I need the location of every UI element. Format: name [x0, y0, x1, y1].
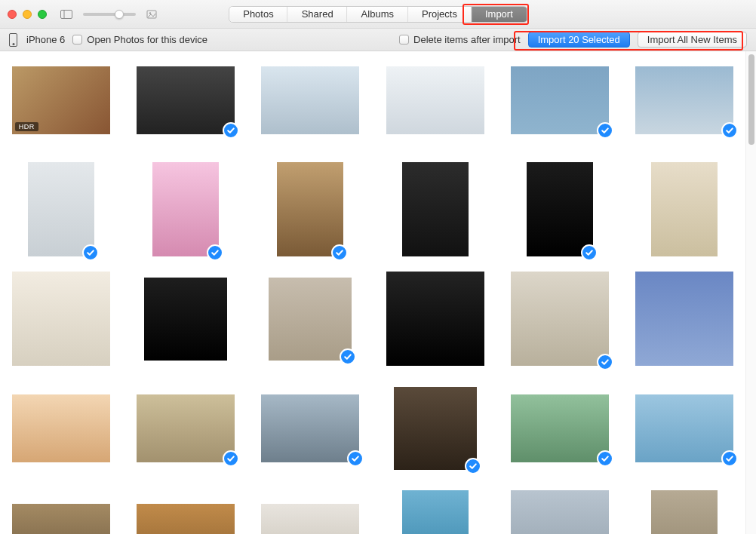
selected-check-icon[interactable]	[223, 122, 239, 139]
photo-cell[interactable]	[260, 272, 361, 366]
photo-cell[interactable]	[135, 53, 235, 147]
photo-thumbnail[interactable]	[261, 66, 359, 134]
photo-cell[interactable]	[385, 272, 485, 366]
photo-thumbnail[interactable]	[527, 162, 593, 256]
photo-cell[interactable]	[509, 381, 610, 475]
import-subtoolbar: iPhone 6 Open Photos for this device Del…	[0, 29, 756, 51]
photo-cell[interactable]	[260, 381, 361, 475]
close-window-button[interactable]	[8, 10, 17, 19]
scrollbar-thumb[interactable]	[748, 54, 754, 145]
selected-check-icon[interactable]	[207, 244, 223, 261]
photo-cell[interactable]: HDR	[11, 53, 111, 147]
photo-cell[interactable]	[135, 272, 235, 366]
photo-thumbnail[interactable]	[12, 504, 110, 535]
photo-thumbnail[interactable]: HDR	[12, 66, 110, 134]
selected-check-icon[interactable]	[465, 458, 481, 474]
minimize-window-button[interactable]	[23, 10, 32, 19]
photo-cell[interactable]	[509, 162, 610, 256]
photo-thumbnail[interactable]	[261, 394, 359, 462]
photo-grid: HDR	[0, 51, 745, 534]
photo-thumbnail[interactable]	[394, 387, 477, 470]
photo-cell[interactable]	[385, 490, 485, 534]
import-selected-button[interactable]: Import 20 Selected	[528, 32, 630, 48]
photo-cell[interactable]	[135, 162, 235, 256]
selected-check-icon[interactable]	[347, 450, 364, 467]
checkbox-box[interactable]	[399, 35, 409, 44]
delete-after-import-checkbox[interactable]: Delete items after import	[399, 34, 521, 45]
photo-thumbnail[interactable]	[635, 394, 733, 462]
photo-thumbnail[interactable]	[269, 278, 352, 361]
photo-cell[interactable]	[635, 53, 735, 147]
photo-cell[interactable]	[11, 490, 111, 534]
selected-check-icon[interactable]	[721, 122, 738, 139]
delete-after-import-label: Delete items after import	[413, 34, 521, 45]
open-photos-checkbox[interactable]: Open Photos for this device	[72, 34, 207, 45]
tab-projects[interactable]: Projects	[408, 7, 472, 22]
photo-thumbnail[interactable]	[402, 162, 469, 256]
photo-cell[interactable]	[135, 490, 235, 534]
selected-check-icon[interactable]	[597, 354, 613, 370]
selected-check-icon[interactable]	[581, 244, 598, 261]
selected-check-icon[interactable]	[82, 244, 99, 261]
photo-thumbnail[interactable]	[137, 394, 235, 462]
photo-grid-container: HDR	[0, 51, 745, 534]
photo-thumbnail[interactable]	[386, 272, 484, 366]
photo-thumbnail[interactable]	[635, 66, 733, 134]
vertical-scrollbar[interactable]	[745, 51, 756, 534]
photo-cell[interactable]	[11, 162, 111, 256]
photo-cell[interactable]	[635, 490, 735, 534]
photo-cell[interactable]	[635, 272, 735, 366]
photo-cell[interactable]	[11, 381, 111, 475]
photo-thumbnail[interactable]	[511, 394, 609, 462]
photo-cell[interactable]	[385, 53, 485, 147]
photo-thumbnail[interactable]	[277, 162, 343, 256]
tab-albums[interactable]: Albums	[348, 7, 408, 22]
photo-cell[interactable]	[509, 490, 610, 534]
checkbox-box[interactable]	[72, 35, 82, 44]
maximize-window-button[interactable]	[38, 10, 47, 19]
photo-cell[interactable]	[385, 162, 485, 256]
selected-check-icon[interactable]	[721, 450, 738, 467]
tab-import[interactable]: Import	[472, 7, 527, 22]
thumbnail-zoom-slider[interactable]	[83, 13, 136, 16]
photo-thumbnail[interactable]	[511, 490, 609, 534]
photo-cell[interactable]	[509, 53, 610, 147]
tab-photos[interactable]: Photos	[229, 7, 287, 22]
titlebar: Photos Shared Albums Projects Import	[0, 0, 756, 29]
selected-check-icon[interactable]	[597, 122, 613, 139]
photo-thumbnail[interactable]	[651, 490, 718, 534]
photo-cell[interactable]	[260, 53, 361, 147]
photo-thumbnail[interactable]	[635, 272, 733, 366]
photo-cell[interactable]	[635, 162, 735, 256]
device-icon	[9, 33, 17, 47]
import-selected-label: Import 20 Selected	[538, 34, 620, 45]
photo-cell[interactable]	[385, 381, 485, 475]
photo-thumbnail[interactable]	[386, 66, 484, 134]
photo-thumbnail[interactable]	[261, 504, 359, 535]
photo-cell[interactable]	[635, 381, 735, 475]
photo-cell[interactable]	[260, 490, 361, 534]
slider-thumb[interactable]	[115, 10, 124, 19]
photo-thumbnail[interactable]	[511, 66, 609, 134]
selected-check-icon[interactable]	[331, 244, 348, 261]
photo-thumbnail[interactable]	[137, 66, 235, 134]
tab-shared[interactable]: Shared	[288, 7, 348, 22]
photo-thumbnail[interactable]	[12, 394, 110, 462]
photo-thumbnail[interactable]	[511, 272, 609, 366]
photo-thumbnail[interactable]	[137, 504, 235, 535]
photo-cell[interactable]	[509, 272, 610, 366]
photo-thumbnail[interactable]	[402, 490, 469, 534]
selected-check-icon[interactable]	[597, 450, 613, 467]
photo-thumbnail[interactable]	[152, 162, 219, 256]
photo-cell[interactable]	[135, 381, 235, 475]
photo-thumbnail[interactable]	[12, 272, 110, 366]
photo-thumbnail[interactable]	[28, 162, 94, 256]
import-all-button[interactable]: Import All New Items	[638, 32, 747, 48]
selected-check-icon[interactable]	[340, 348, 356, 365]
photo-cell[interactable]	[260, 162, 361, 256]
photo-thumbnail[interactable]	[651, 162, 718, 256]
photo-cell[interactable]	[11, 272, 111, 366]
photo-thumbnail[interactable]	[144, 278, 227, 361]
selected-check-icon[interactable]	[223, 450, 239, 467]
sidebar-toggle-icon[interactable]	[60, 10, 72, 19]
